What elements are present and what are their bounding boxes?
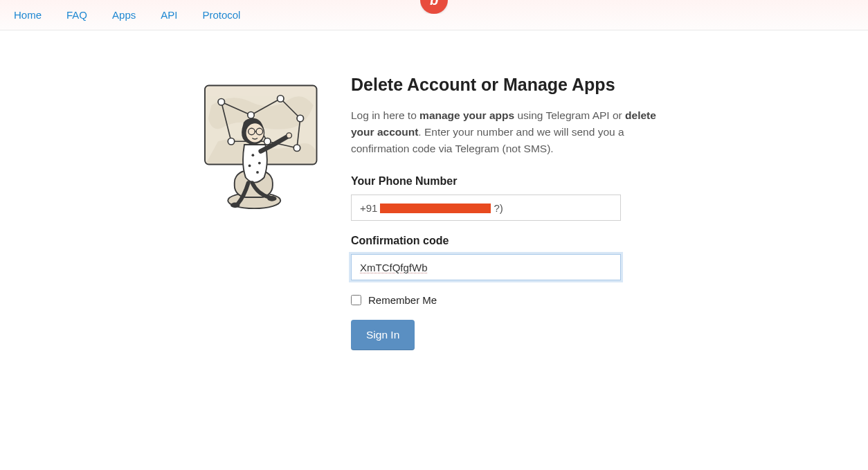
svg-point-14 [264,138,271,145]
phone-suffix: ?) [494,202,503,214]
nav-apps[interactable]: Apps [100,0,148,30]
phone-label: Your Phone Number [351,175,676,188]
top-navigation-bar: b Home FAQ Apps API Protocol [0,0,868,30]
site-logo-icon: b [420,0,448,14]
svg-point-15 [293,145,300,152]
remember-label[interactable]: Remember Me [368,294,437,306]
phone-input[interactable]: +91 ?) [351,195,621,221]
nav-api[interactable]: API [148,0,190,30]
svg-point-22 [256,171,259,174]
page-description: Log in here to manage your apps using Te… [351,107,676,157]
phone-redacted [380,204,491,213]
svg-point-23 [287,133,292,138]
svg-point-16 [228,138,235,145]
svg-point-11 [248,112,255,119]
svg-point-28 [267,196,276,201]
remember-checkbox[interactable] [351,295,361,305]
svg-point-19 [251,154,254,156]
phone-prefix: +91 [360,202,377,214]
svg-point-29 [230,203,239,208]
page-title: Delete Account or Manage Apps [351,75,676,95]
nav-faq[interactable]: FAQ [54,0,100,30]
confirmation-code-input[interactable] [351,254,621,280]
nav-protocol[interactable]: Protocol [190,0,253,30]
svg-point-21 [248,165,251,168]
code-label: Confirmation code [351,235,676,247]
svg-point-13 [297,115,304,122]
nav-home[interactable]: Home [10,0,54,30]
illustration [192,75,323,220]
svg-point-12 [278,96,284,102]
svg-point-20 [258,162,261,165]
signin-button[interactable]: Sign In [351,320,415,350]
svg-point-10 [218,99,225,106]
main-form-area: Delete Account or Manage Apps Log in her… [351,75,676,350]
